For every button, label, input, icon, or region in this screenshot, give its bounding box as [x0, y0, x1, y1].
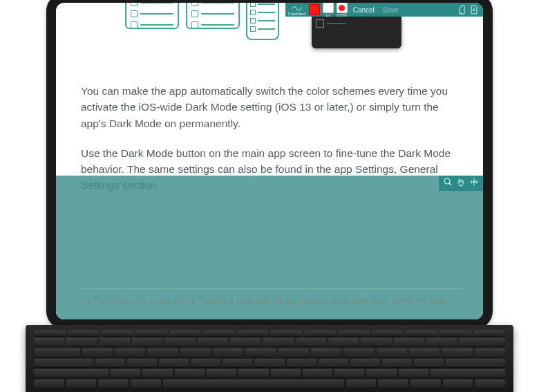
- pan-hand-icon[interactable]: [456, 177, 466, 189]
- screen: Freehand 1pt 100% Cancel Save: [56, 3, 483, 319]
- paragraph-1: You can make the app automatically switc…: [81, 83, 462, 131]
- record-icon: [337, 3, 348, 13]
- stroke-size[interactable]: 1pt: [323, 3, 334, 17]
- thumbnail-separator: [327, 24, 346, 24]
- footnote: (*) This feature is a part of Pro Pack®,…: [81, 288, 462, 306]
- undo-icon[interactable]: [457, 4, 466, 15]
- view-tools: [439, 176, 483, 191]
- tablet-frame: Freehand 1pt 100% Cancel Save: [46, 0, 493, 329]
- zoom-icon[interactable]: [443, 177, 453, 189]
- fit-width-icon[interactable]: [469, 177, 479, 189]
- freehand-tool[interactable]: Freehand: [288, 3, 306, 16]
- keyboard-accessory: [26, 325, 513, 392]
- page-thumbnail-icon: [316, 19, 324, 28]
- size-swatch: [323, 3, 334, 13]
- svg-point-0: [444, 178, 450, 184]
- hero-illustration: [125, 3, 284, 41]
- cancel-button[interactable]: Cancel: [350, 6, 377, 14]
- freehand-icon: [292, 3, 303, 12]
- thumbnail-popover[interactable]: [312, 17, 401, 48]
- annotation-toolbar: Freehand 1pt 100% Cancel Save: [285, 3, 483, 17]
- color-swatch[interactable]: [309, 4, 320, 15]
- opacity-control[interactable]: 100%: [337, 3, 348, 17]
- freehand-label: Freehand: [288, 12, 306, 16]
- save-button[interactable]: Save: [380, 6, 401, 14]
- export-page-icon[interactable]: [469, 4, 479, 15]
